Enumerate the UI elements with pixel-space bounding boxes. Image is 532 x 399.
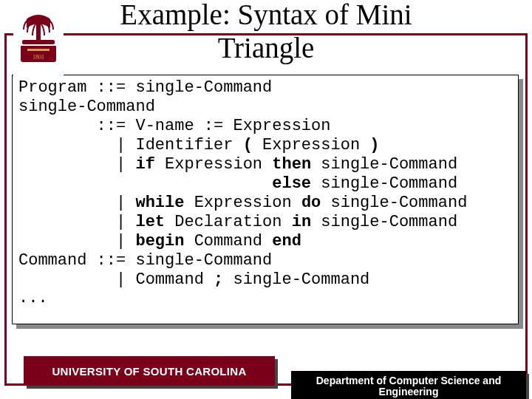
code-bold: ;: [214, 270, 223, 289]
university-logo: 1801: [13, 13, 64, 77]
code-line: single-Command: [321, 194, 467, 212]
code-line: Declaration: [165, 213, 292, 231]
code-line: single-Command: [311, 174, 457, 193]
code-line: Command ::= single-Command: [18, 251, 272, 270]
code-line: |: [18, 155, 135, 174]
code-line: |: [18, 194, 135, 212]
footer-dept-line-2: Engineering: [379, 386, 439, 398]
code-bold: then: [272, 155, 311, 174]
code-bold: if: [135, 155, 154, 174]
code-line: single-Command: [18, 98, 155, 116]
footer-dept-line-1: Department of Computer Science and: [316, 375, 502, 386]
code-line: Command: [184, 232, 272, 250]
code-bold: in: [292, 213, 311, 231]
code-bold: while: [135, 194, 184, 212]
code-line: Program ::= single-Command: [18, 78, 272, 97]
svg-text:1801: 1801: [33, 54, 44, 61]
code-bold: let: [135, 213, 165, 231]
code-line: ...: [18, 289, 48, 307]
svg-rect-3: [27, 49, 50, 51]
code-line: single-Command: [223, 270, 369, 289]
svg-rect-1: [22, 40, 55, 44]
slide-title: Example: Syntax of Mini Triangle: [0, 0, 532, 65]
title-line-2: Triangle: [218, 32, 315, 64]
code-line: single-Command: [311, 213, 457, 231]
code-bold: begin: [135, 232, 184, 250]
code-line: |: [18, 232, 135, 250]
code-line: single-Command: [311, 155, 457, 174]
title-line-1: Example: Syntax of Mini: [120, 0, 412, 30]
footer-department: Department of Computer Science and Engin…: [291, 371, 526, 399]
code-bold: else: [272, 174, 311, 193]
code-line: |: [18, 213, 135, 231]
code-line: ::= V-name := Expression: [18, 117, 330, 135]
footer-university-text: UNIVERSITY OF SOUTH CAROLINA: [52, 365, 246, 378]
svg-rect-0: [36, 24, 41, 41]
code-line: Expression: [155, 155, 272, 174]
code-bold: end: [272, 232, 301, 250]
code-bold: do: [301, 194, 321, 212]
code-bold: (: [243, 136, 253, 154]
code-line: Expression: [253, 136, 369, 154]
code-line: Expression: [184, 194, 301, 212]
code-line: | Identifier: [18, 136, 243, 154]
code-line: [18, 174, 272, 193]
footer-university: UNIVERSITY OF SOUTH CAROLINA: [24, 356, 275, 386]
code-line: | Command: [18, 270, 214, 289]
code-bold: ): [369, 136, 379, 154]
grammar-codebox: Program ::= single-Command single-Comman…: [12, 75, 519, 324]
